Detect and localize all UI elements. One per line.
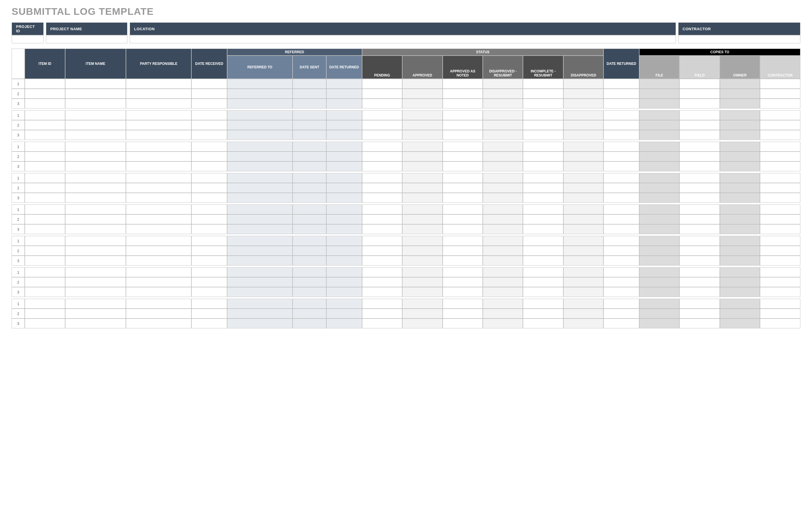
cell-pending[interactable] bbox=[362, 130, 402, 140]
cell-date-sent[interactable] bbox=[292, 318, 326, 328]
cell-file[interactable] bbox=[639, 173, 679, 183]
cell-contractor[interactable] bbox=[760, 246, 800, 256]
cell-incomplete-resubmit[interactable] bbox=[523, 193, 563, 203]
cell-item-id[interactable] bbox=[25, 256, 65, 266]
cell-date-returned[interactable] bbox=[603, 267, 639, 277]
cell-referred-to[interactable] bbox=[227, 299, 292, 309]
cell-item-name[interactable] bbox=[65, 256, 126, 266]
cell-approved-as-noted[interactable] bbox=[443, 173, 483, 183]
cell-approved-as-noted[interactable] bbox=[443, 130, 483, 140]
cell-item-id[interactable] bbox=[25, 173, 65, 183]
cell-item-id[interactable] bbox=[25, 224, 65, 234]
cell-approved-as-noted[interactable] bbox=[443, 183, 483, 193]
cell-date-received[interactable] bbox=[191, 309, 227, 318]
cell-field[interactable] bbox=[679, 79, 719, 89]
cell-item-name[interactable] bbox=[65, 224, 126, 234]
cell-referred-to[interactable] bbox=[227, 89, 292, 99]
cell-field[interactable] bbox=[679, 183, 719, 193]
cell-contractor[interactable] bbox=[760, 204, 800, 214]
cell-approved-as-noted[interactable] bbox=[443, 214, 483, 224]
cell-date-returned[interactable] bbox=[603, 130, 639, 140]
cell-date-returned-ref[interactable] bbox=[326, 79, 362, 89]
cell-date-returned-ref[interactable] bbox=[326, 287, 362, 297]
cell-item-name[interactable] bbox=[65, 151, 126, 162]
cell-file[interactable] bbox=[639, 110, 679, 120]
cell-date-sent[interactable] bbox=[292, 214, 326, 224]
cell-referred-to[interactable] bbox=[227, 173, 292, 183]
cell-approved-as-noted[interactable] bbox=[443, 318, 483, 328]
cell-field[interactable] bbox=[679, 173, 719, 183]
cell-date-received[interactable] bbox=[191, 193, 227, 203]
cell-contractor[interactable] bbox=[760, 142, 800, 151]
cell-party-responsible[interactable] bbox=[126, 236, 191, 246]
cell-disapproved[interactable] bbox=[563, 267, 604, 277]
cell-party-responsible[interactable] bbox=[126, 183, 191, 193]
cell-field[interactable] bbox=[679, 299, 719, 309]
cell-field[interactable] bbox=[679, 267, 719, 277]
cell-disapproved[interactable] bbox=[563, 130, 604, 140]
cell-date-received[interactable] bbox=[191, 162, 227, 171]
cell-field[interactable] bbox=[679, 287, 719, 297]
cell-date-returned[interactable] bbox=[603, 318, 639, 328]
cell-date-sent[interactable] bbox=[292, 204, 326, 214]
cell-approved[interactable] bbox=[402, 246, 443, 256]
cell-approved-as-noted[interactable] bbox=[443, 267, 483, 277]
cell-approved-as-noted[interactable] bbox=[443, 309, 483, 318]
cell-party-responsible[interactable] bbox=[126, 130, 191, 140]
cell-approved[interactable] bbox=[402, 173, 443, 183]
cell-field[interactable] bbox=[679, 193, 719, 203]
cell-item-name[interactable] bbox=[65, 120, 126, 130]
cell-date-returned-ref[interactable] bbox=[326, 173, 362, 183]
cell-referred-to[interactable] bbox=[227, 277, 292, 287]
cell-item-id[interactable] bbox=[25, 267, 65, 277]
cell-date-returned[interactable] bbox=[603, 110, 639, 120]
cell-disapproved[interactable] bbox=[563, 120, 604, 130]
cell-date-returned-ref[interactable] bbox=[326, 99, 362, 108]
cell-date-sent[interactable] bbox=[292, 142, 326, 151]
cell-party-responsible[interactable] bbox=[126, 318, 191, 328]
cell-approved-as-noted[interactable] bbox=[443, 277, 483, 287]
cell-item-name[interactable] bbox=[65, 162, 126, 171]
cell-disapproved[interactable] bbox=[563, 89, 604, 99]
cell-disapproved-resubmit[interactable] bbox=[483, 256, 523, 266]
info-value-project-name[interactable] bbox=[46, 35, 128, 43]
cell-contractor[interactable] bbox=[760, 318, 800, 328]
cell-disapproved-resubmit[interactable] bbox=[483, 89, 523, 99]
cell-item-name[interactable] bbox=[65, 193, 126, 203]
cell-owner[interactable] bbox=[720, 236, 760, 246]
cell-date-returned[interactable] bbox=[603, 224, 639, 234]
cell-approved[interactable] bbox=[402, 183, 443, 193]
cell-party-responsible[interactable] bbox=[126, 256, 191, 266]
cell-owner[interactable] bbox=[720, 142, 760, 151]
cell-approved[interactable] bbox=[402, 299, 443, 309]
cell-approved-as-noted[interactable] bbox=[443, 204, 483, 214]
cell-referred-to[interactable] bbox=[227, 309, 292, 318]
cell-field[interactable] bbox=[679, 277, 719, 287]
cell-party-responsible[interactable] bbox=[126, 299, 191, 309]
cell-incomplete-resubmit[interactable] bbox=[523, 183, 563, 193]
cell-disapproved-resubmit[interactable] bbox=[483, 120, 523, 130]
cell-item-id[interactable] bbox=[25, 277, 65, 287]
cell-disapproved-resubmit[interactable] bbox=[483, 309, 523, 318]
cell-owner[interactable] bbox=[720, 267, 760, 277]
cell-disapproved[interactable] bbox=[563, 246, 604, 256]
cell-disapproved[interactable] bbox=[563, 79, 604, 89]
cell-date-returned-ref[interactable] bbox=[326, 142, 362, 151]
cell-approved-as-noted[interactable] bbox=[443, 110, 483, 120]
cell-approved[interactable] bbox=[402, 151, 443, 162]
cell-approved-as-noted[interactable] bbox=[443, 151, 483, 162]
cell-file[interactable] bbox=[639, 299, 679, 309]
cell-incomplete-resubmit[interactable] bbox=[523, 299, 563, 309]
cell-date-sent[interactable] bbox=[292, 110, 326, 120]
cell-date-received[interactable] bbox=[191, 99, 227, 108]
cell-party-responsible[interactable] bbox=[126, 309, 191, 318]
cell-pending[interactable] bbox=[362, 183, 402, 193]
cell-approved[interactable] bbox=[402, 120, 443, 130]
cell-date-received[interactable] bbox=[191, 277, 227, 287]
cell-item-name[interactable] bbox=[65, 277, 126, 287]
cell-owner[interactable] bbox=[720, 151, 760, 162]
cell-date-returned[interactable] bbox=[603, 287, 639, 297]
cell-date-returned[interactable] bbox=[603, 162, 639, 171]
cell-party-responsible[interactable] bbox=[126, 204, 191, 214]
cell-date-returned-ref[interactable] bbox=[326, 183, 362, 193]
